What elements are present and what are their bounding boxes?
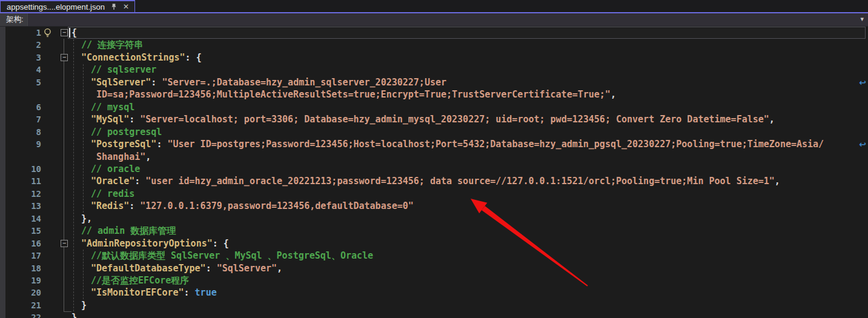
code-row[interactable]: 7"MySql": "Server=localhost; port=3306; …: [0, 113, 868, 125]
code-token-kw: true: [195, 287, 217, 298]
code-row[interactable]: 11"Oracle": "user id=hzy_admin_oracle_20…: [0, 175, 868, 187]
code-token-str: Shanghai": [96, 151, 145, 162]
line-number: 22: [0, 311, 41, 318]
vs-editor-window: appsettings....elopment.json ✕ 架构: ▾ 1−{…: [0, 0, 868, 318]
code-text: }: [81, 299, 87, 311]
code-row[interactable]: 16−"AdminRepositoryOptions": {: [0, 237, 868, 250]
code-token-punc: :: [184, 287, 195, 298]
code-token-punc: :: [129, 200, 140, 211]
code-token-punc: ,: [611, 89, 616, 100]
code-token-com: // 连接字符串: [81, 39, 143, 50]
line-number: 10: [0, 163, 41, 175]
code-token-key: "DefaultDatabaseType": [91, 263, 206, 274]
line-number: 7: [0, 113, 41, 125]
code-token-str: "user id=hzy_admin_oracle_20221213;passw…: [145, 176, 775, 187]
code-token-key: "SqlServer": [91, 77, 151, 88]
pin-icon[interactable]: [110, 3, 118, 10]
code-token-key: "Oracle": [91, 176, 134, 187]
tab-appsettings-development-json[interactable]: appsettings....elopment.json ✕: [0, 0, 135, 12]
code-row[interactable]: 12// redis: [0, 188, 868, 200]
line-number: 9: [0, 138, 41, 150]
code-token-key: "AdminRepositoryOptions": [81, 238, 213, 249]
code-token-punc: }: [71, 312, 77, 318]
code-row[interactable]: 17//默认数据库类型 SqlServer 、MySql 、PostgreSql…: [0, 250, 868, 262]
fold-collapse-icon[interactable]: −: [61, 54, 68, 61]
line-number: 19: [0, 274, 41, 287]
code-token-com: // postgresql: [91, 127, 162, 137]
code-row[interactable]: 20"IsMonitorEFCore": true: [0, 287, 868, 299]
line-number: 5: [0, 76, 41, 88]
code-row[interactable]: 10// oracle: [0, 163, 868, 175]
chevron-down-icon: ▾: [860, 15, 864, 23]
code-token-punc: :: [134, 176, 145, 187]
code-token-punc: :: [156, 139, 167, 150]
fold-collapse-icon[interactable]: −: [61, 240, 68, 247]
line-number: 4: [0, 64, 41, 76]
code-text: "AdminRepositoryOptions": {: [81, 237, 229, 250]
line-number: 18: [0, 262, 41, 274]
code-token-key: "Redis": [91, 200, 129, 211]
code-token-str: "SqlServer": [217, 263, 277, 274]
line-number: 8: [0, 126, 41, 138]
code-row[interactable]: 22}: [0, 311, 868, 318]
code-text: "SqlServer": "Server=.;Database=hzy_admi…: [91, 76, 446, 88]
code-row[interactable]: 1−{: [0, 27, 868, 39]
code-token-punc: : {: [213, 238, 229, 249]
code-row[interactable]: 6// mysql: [0, 101, 868, 113]
code-row-wrap-continuation[interactable]: Shanghai",: [0, 151, 868, 163]
code-row[interactable]: 2// 连接字符串: [0, 39, 868, 51]
code-token-com: // mysql: [91, 102, 134, 113]
schema-dropdown[interactable]: ▾: [27, 13, 868, 26]
current-line-highlight: [68, 27, 866, 39]
code-token-com: // redis: [91, 188, 134, 199]
line-number: 2: [0, 39, 41, 51]
code-text: }: [71, 311, 77, 318]
code-text: Shanghai",: [96, 151, 151, 163]
code-row[interactable]: 8// postgresql: [0, 126, 868, 138]
line-number: 17: [0, 250, 41, 262]
code-token-punc: ,: [769, 114, 775, 125]
code-token-com: // admin 数据库管理: [81, 225, 176, 236]
code-text: // 连接字符串: [81, 39, 143, 51]
code-token-key: "ConnectionStrings": [81, 52, 185, 63]
code-token-str: "Server=.;Database=hzy_admin_sqlserver_2…: [162, 77, 446, 88]
code-token-key: "MySql": [91, 114, 129, 125]
word-wrap-icon: ↩: [859, 76, 866, 88]
line-number: 13: [0, 200, 41, 212]
code-token-str: "User ID=postgres;Password=123456;Host=l…: [167, 139, 824, 150]
code-row[interactable]: 5"SqlServer": "Server=.;Database=hzy_adm…: [0, 76, 868, 88]
code-row[interactable]: 9"PostgreSql": "User ID=postgres;Passwor…: [0, 138, 868, 150]
close-icon[interactable]: ✕: [123, 3, 129, 10]
code-text: //是否监控EFCore程序: [91, 274, 189, 287]
line-number: 15: [0, 225, 41, 237]
code-text: "MySql": "Server=localhost; port=3306; D…: [91, 113, 775, 125]
code-text: // redis: [91, 188, 134, 200]
code-token-punc: :: [129, 114, 140, 125]
code-row[interactable]: 21}: [0, 299, 868, 311]
code-text: "Redis": "127.0.0.1:6379,password=123456…: [91, 200, 414, 212]
code-text: // sqlserver: [91, 64, 156, 76]
code-token-punc: ,: [775, 176, 780, 187]
code-text: // mysql: [91, 101, 134, 113]
code-row[interactable]: 14},: [0, 213, 868, 225]
line-number: 14: [0, 213, 41, 225]
code-text: "Oracle": "user id=hzy_admin_oracle_2022…: [91, 175, 780, 187]
fold-collapse-icon[interactable]: −: [61, 29, 68, 36]
code-row[interactable]: 19//是否监控EFCore程序: [0, 274, 868, 287]
schema-label: 架构:: [0, 15, 27, 25]
code-token-str: "127.0.0.1:6379,password=123456,defaultD…: [140, 200, 414, 211]
code-row[interactable]: 18"DefaultDatabaseType": "SqlServer",: [0, 262, 868, 274]
code-row[interactable]: 3−"ConnectionStrings": {: [0, 51, 868, 64]
code-token-punc: {: [71, 27, 77, 38]
code-row[interactable]: 13"Redis": "127.0.0.1:6379,password=1234…: [0, 200, 868, 212]
code-row-wrap-continuation[interactable]: ID=sa;Password=123456;MultipleActiveResu…: [0, 88, 868, 101]
code-text: ID=sa;Password=123456;MultipleActiveResu…: [96, 88, 616, 101]
code-row[interactable]: 15// admin 数据库管理: [0, 225, 868, 237]
code-editor[interactable]: 1−{2// 连接字符串3−"ConnectionStrings": {4// …: [0, 27, 868, 318]
line-number: 16: [0, 237, 41, 250]
code-row[interactable]: 4// sqlserver: [0, 64, 868, 76]
code-token-punc: }: [81, 300, 87, 311]
code-text: // oracle: [91, 163, 140, 175]
code-text: "PostgreSql": "User ID=postgres;Password…: [91, 138, 824, 150]
line-number: 1: [0, 27, 41, 39]
